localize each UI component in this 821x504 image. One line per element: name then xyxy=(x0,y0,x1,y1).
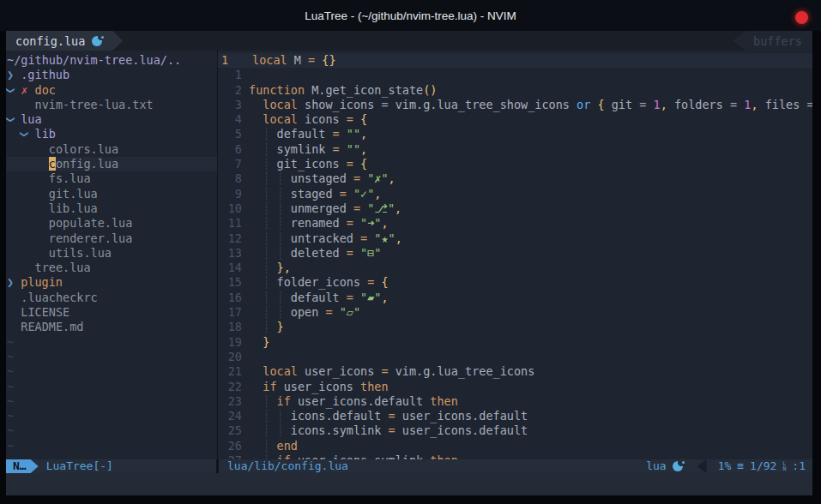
line-number: 12 xyxy=(218,231,242,246)
text-token: ~ xyxy=(7,394,14,408)
text-token: lua xyxy=(21,112,41,126)
code-line[interactable]: 2function M.get_icon_state() xyxy=(218,83,812,98)
tree-item-git.lua[interactable]: git.lua xyxy=(7,187,217,201)
code-line[interactable]: 1 xyxy=(218,68,812,82)
close-icon[interactable] xyxy=(795,11,808,24)
code-line[interactable]: 20 xyxy=(218,350,812,364)
line-number: 26 xyxy=(218,439,242,453)
text-token: folders xyxy=(667,98,730,111)
line-number: 1 xyxy=(218,53,245,68)
text-token xyxy=(249,98,263,111)
tree-item-doc[interactable]: ❯ ✗ doc xyxy=(7,83,217,98)
text-token: ┊ ┊ xyxy=(249,409,291,423)
tree-item-fs.lua[interactable]: fs.lua xyxy=(7,171,217,186)
tree-item-nvim-tree-lua.txt[interactable]: nvim-tree-lua.txt xyxy=(7,98,217,112)
tree-item-lua[interactable]: ❯ lua xyxy=(7,112,217,127)
text-token: ┊ xyxy=(249,127,277,141)
text-token: open xyxy=(291,305,326,319)
code-line[interactable]: 1local M = {} xyxy=(218,53,812,68)
tabline: config.lua buffers xyxy=(6,31,812,51)
code-line[interactable]: 23 ┊ if user_icons.default then xyxy=(218,394,812,409)
code-line[interactable]: 12 ┊ ┊ untracked = "★", xyxy=(218,231,812,246)
text-token: untracked xyxy=(291,231,360,245)
code-line[interactable]: 7 ┊ git_icons = { xyxy=(218,157,812,171)
text-token: ┊ ┊ xyxy=(249,246,291,260)
tree-item-.github[interactable]: ❯ .github xyxy=(7,68,217,82)
code-line[interactable]: 16 ┊ ┊ default = "▰", xyxy=(218,291,812,305)
tree-item-onfig.lua[interactable]: config.lua xyxy=(7,157,217,171)
text-token xyxy=(249,364,263,378)
text-token: = xyxy=(389,409,395,423)
code-line[interactable]: 11 ┊ ┊ renamed = "➜", xyxy=(218,216,812,231)
text-token xyxy=(7,157,49,171)
text-token: } xyxy=(263,335,269,349)
code-line[interactable]: 27 ┊ if user_icons.symlink then xyxy=(218,453,812,459)
tree-item-colors.lua[interactable]: colors.lua xyxy=(7,142,217,157)
code-line[interactable]: 18 ┊ } xyxy=(218,320,812,334)
code-line[interactable]: 22 if user_icons then xyxy=(218,380,812,394)
tree-item-.luacheckrc[interactable]: .luacheckrc xyxy=(7,291,217,305)
text-token: .github xyxy=(21,68,69,81)
code-line[interactable]: 5 ┊ default = "", xyxy=(218,127,812,141)
text-token: = xyxy=(381,364,388,378)
text-token xyxy=(340,142,347,156)
code-line[interactable]: 10 ┊ ┊ unmerged = "⎇", xyxy=(218,201,812,216)
text-token: user_icons.default xyxy=(395,423,528,437)
tree-item-readme.md[interactable]: README.md xyxy=(7,320,217,334)
lua-moon-icon xyxy=(92,36,102,46)
text-token: user_icons xyxy=(277,380,361,393)
line-number: 15 xyxy=(218,275,242,290)
text-token: "" xyxy=(347,142,360,156)
code-line[interactable]: 8 ┊ ┊ unstaged = "✗", xyxy=(218,171,812,186)
buffers-toggle[interactable]: buffers xyxy=(733,31,812,51)
tree-item-lib.lua[interactable]: lib.lua xyxy=(7,201,217,216)
code-line[interactable]: 26 ┊ end xyxy=(218,439,812,453)
text-token xyxy=(7,171,49,185)
cursor-block: c xyxy=(49,157,56,171)
tree-item-license[interactable]: LICENSE xyxy=(7,305,217,320)
text-token: ~ xyxy=(7,364,14,378)
tab-config-lua[interactable]: config.lua xyxy=(6,31,123,51)
code-line[interactable]: 15 ┊ folder_icons = { xyxy=(218,275,812,290)
tree-item-lib[interactable]: ❯ lib xyxy=(7,127,217,141)
text-token xyxy=(7,320,21,333)
text-token: ┊ ┊ xyxy=(249,231,291,245)
text-token: deleted xyxy=(291,246,347,260)
tree-item-utils.lua[interactable]: utils.lua xyxy=(7,246,217,261)
code-line[interactable]: 13 ┊ ┊ deleted = "⊟" xyxy=(218,246,812,261)
code-line[interactable]: 21 local user_icons = vim.g.lua_tree_ico… xyxy=(218,364,812,379)
code-text: ┊ ┊ open = "▱" xyxy=(249,305,812,320)
code-line[interactable]: 9 ┊ ┊ staged = "✓", xyxy=(218,187,812,201)
text-token xyxy=(360,201,367,215)
tree-item-populate.lua[interactable]: populate.lua xyxy=(7,216,217,231)
tree-item-renderer.lua[interactable]: renderer.lua xyxy=(7,231,217,246)
code-line[interactable]: 4 local icons = { xyxy=(218,112,812,127)
code-line[interactable]: 17 ┊ ┊ open = "▱" xyxy=(218,305,812,320)
code-line[interactable]: 14 ┊ }, xyxy=(218,261,812,275)
code-line[interactable]: 6 ┊ symlink = "", xyxy=(218,142,812,157)
text-token: ┊ xyxy=(249,142,277,156)
text-token xyxy=(353,246,360,260)
code-line[interactable]: 19 } xyxy=(218,335,812,350)
code-text: ┊ ┊ renamed = "➜", xyxy=(249,216,812,231)
text-token: = xyxy=(389,423,395,437)
statusline-editor-section: lua/lib/config.lua lua 1% ≡ 1/92 L N :1 xyxy=(219,459,812,473)
code-line[interactable]: 24 ┊ ┊ icons.default = user_icons.defaul… xyxy=(218,409,812,423)
code-text: local icons = { xyxy=(249,112,812,127)
tree-item-plugin[interactable]: ❯ plugin xyxy=(7,275,217,290)
text-token: staged xyxy=(291,187,340,201)
text-token: LICENSE xyxy=(21,305,69,319)
text-token xyxy=(333,305,340,319)
tree-item-githubnvim-tree.lua..[interactable]: ~/github/nvim-tree.lua/.. xyxy=(7,53,217,68)
statusline-stats: lua 1% ≡ 1/92 L N :1 xyxy=(646,459,812,473)
code-line[interactable]: 3 local show_icons = vim.g.lua_tree_show… xyxy=(218,98,812,112)
text-token: ~ xyxy=(7,335,14,349)
code-text: ┊ folder_icons = { xyxy=(249,275,812,290)
text-token: ~ xyxy=(7,439,14,453)
lua-moon-icon xyxy=(673,461,683,471)
command-line[interactable] xyxy=(6,473,812,495)
code-line[interactable]: 25 ┊ ┊ icons.symlink = user_icons.defaul… xyxy=(218,423,812,438)
code-text: ┊ ┊ default = "▰", xyxy=(249,291,812,305)
empty-line-tilde: ~ xyxy=(7,453,217,459)
tree-item-tree.lua[interactable]: tree.lua xyxy=(7,261,217,275)
